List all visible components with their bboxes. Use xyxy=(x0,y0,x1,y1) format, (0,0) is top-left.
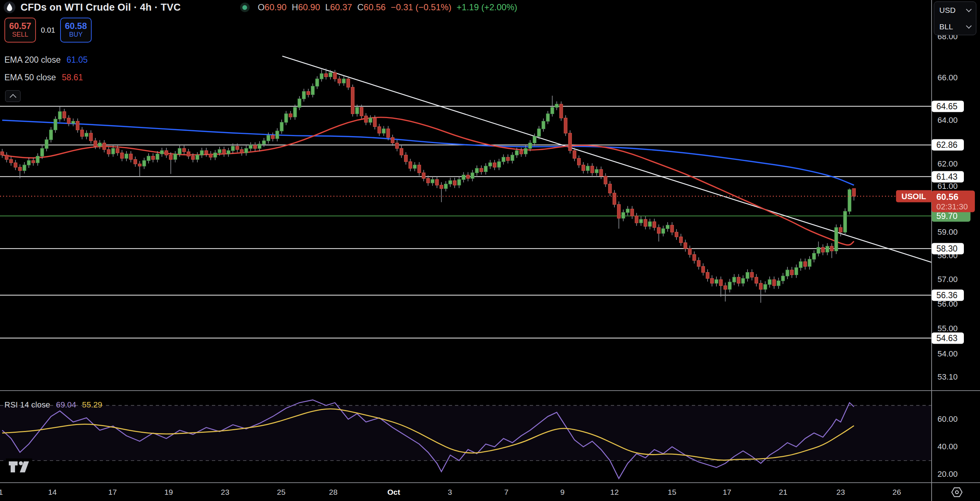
collapse-legend-button[interactable] xyxy=(5,90,21,102)
buy-price: 60.58 xyxy=(65,21,87,31)
ema200-legend-row[interactable]: EMA 200 close 61.05 xyxy=(5,55,88,65)
unit-value: BLL xyxy=(939,22,953,31)
ohlc-values: O60.90 H60.90 L60.37 C60.56 −0.31 (−0.51… xyxy=(258,2,517,13)
time-axis-tick: 21 xyxy=(779,488,787,496)
currency-dropdown[interactable]: USD xyxy=(934,2,976,18)
time-axis-tick: 9 xyxy=(560,488,565,496)
time-axis-tick: 12 xyxy=(610,488,619,496)
ohlc-change: −0.31 (−0.51%) xyxy=(391,2,451,13)
bar-countdown: 02:31:30 xyxy=(936,202,975,211)
time-axis-tick: 7 xyxy=(504,488,509,496)
current-price: 60.56 xyxy=(936,192,975,202)
price-axis-tick: 53.10 xyxy=(937,372,958,382)
price-level-badge: 56.36 xyxy=(932,289,964,301)
price-chart-canvas[interactable] xyxy=(0,0,980,501)
sell-label: SELL xyxy=(12,31,28,39)
time-axis-tick: 23 xyxy=(221,488,229,496)
buy-button[interactable]: 60.58 BUY xyxy=(60,18,92,43)
price-level-badge: 62.86 xyxy=(932,139,964,151)
ohlc-change-secondary: +1.19 (+2.00%) xyxy=(457,2,517,13)
ema200-value: 61.05 xyxy=(66,55,88,65)
time-axis-tick: 25 xyxy=(277,488,285,496)
price-level-badge: 61.43 xyxy=(932,171,964,182)
price-axis-tick: 62.00 xyxy=(937,159,958,169)
time-axis-tick: 17 xyxy=(108,488,116,496)
time-axis-tick: 19 xyxy=(164,488,173,496)
oil-drop-icon xyxy=(4,2,15,13)
buy-label: BUY xyxy=(69,31,83,39)
time-axis-tick: 17 xyxy=(722,488,731,496)
time-axis-tick: 28 xyxy=(329,488,337,496)
time-axis-tick: 26 xyxy=(892,488,901,496)
time-axis-tick: 14 xyxy=(48,488,56,496)
price-level-badge: 54.63 xyxy=(932,332,964,344)
ohlc-high: 60.90 xyxy=(298,2,320,13)
rsi-ma-value: 55.29 xyxy=(82,400,102,410)
ohlc-low-label: L xyxy=(325,2,330,13)
time-axis-tick: 3 xyxy=(448,488,452,496)
tradingview-chart-window: CFDs on WTI Crude Oil · 4h · TVC O60.90 … xyxy=(0,0,980,501)
candle-bodies xyxy=(1,73,856,289)
symbol-price-tag: USOIL xyxy=(896,190,932,203)
time-axis-tick: 1 xyxy=(0,488,3,496)
trendline[interactable] xyxy=(282,56,932,262)
ohlc-open: 60.90 xyxy=(265,2,287,13)
rsi-value: 69.04 xyxy=(56,400,76,410)
ohlc-close: 60.56 xyxy=(364,2,386,13)
ema200-line[interactable] xyxy=(2,120,854,185)
time-axis-tick: 23 xyxy=(836,488,845,496)
rsi-legend-row[interactable]: RSI 14 close 69.04 55.29 xyxy=(5,400,102,410)
ema50-value: 58.61 xyxy=(62,73,83,83)
ema200-label: EMA 200 close xyxy=(5,55,60,65)
currency-value: USD xyxy=(939,6,955,15)
time-axis-tick: 15 xyxy=(668,488,676,496)
price-axis-tick: 64.00 xyxy=(937,115,958,125)
hexagon-settings-icon[interactable] xyxy=(950,486,964,499)
candle-wicks xyxy=(2,69,854,303)
time-axis-tick: Oct xyxy=(387,488,400,496)
price-axis-tick: 66.00 xyxy=(937,73,958,83)
rsi-axis-tick: 20.00 xyxy=(937,469,958,479)
chevron-up-icon xyxy=(10,94,16,101)
chevron-down-icon xyxy=(966,6,972,13)
symbol-title[interactable]: CFDs on WTI Crude Oil · 4h · TVC xyxy=(21,2,181,13)
price-level-badge: 58.30 xyxy=(932,243,964,254)
ema50-label: EMA 50 close xyxy=(5,73,56,83)
rsi-axis-tick: 60.00 xyxy=(937,415,958,424)
market-status-dot[interactable] xyxy=(240,3,250,12)
axis-unit-selector: USD BLL xyxy=(934,2,976,35)
ohlc-close-label: C xyxy=(357,2,363,13)
sell-price: 60.57 xyxy=(9,21,31,31)
rsi-label: RSI 14 close xyxy=(5,400,50,410)
price-axis-tick: 59.00 xyxy=(937,227,958,237)
ema50-legend-row[interactable]: EMA 50 close 58.61 xyxy=(5,73,83,83)
ohlc-high-label: H xyxy=(292,2,298,13)
ohlc-low: 60.37 xyxy=(330,2,352,13)
spread-value: 0.01 xyxy=(36,26,60,35)
chevron-down-icon xyxy=(966,23,972,29)
price-axis-tick: 57.00 xyxy=(937,275,958,284)
price-axis-tick: 54.00 xyxy=(937,349,958,359)
ohlc-open-label: O xyxy=(258,2,265,13)
current-price-badge[interactable]: 60.56 02:31:30 xyxy=(932,191,975,212)
unit-dropdown[interactable]: BLL xyxy=(934,18,976,35)
price-axis-tick: 61.00 xyxy=(937,182,958,191)
tradingview-logo[interactable] xyxy=(6,458,32,475)
rsi-axis-tick: 40.00 xyxy=(937,442,958,452)
sell-button[interactable]: 60.57 SELL xyxy=(5,18,36,43)
price-level-badge: 64.65 xyxy=(932,101,964,112)
